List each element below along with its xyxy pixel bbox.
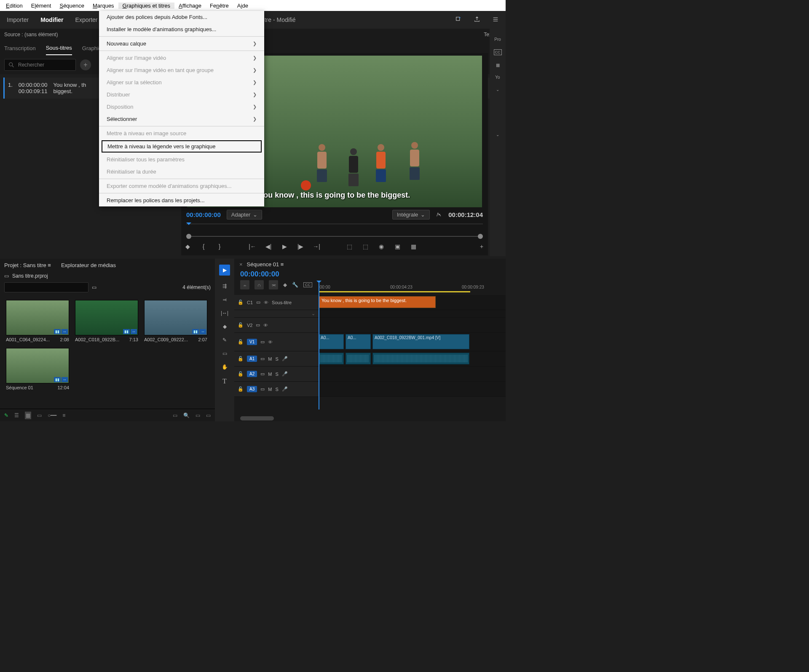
- timeline-ruler[interactable]: ;00:00 00:00:04:23 00:00:09:23: [319, 285, 501, 293]
- fit-dropdown[interactable]: Adapter⌄: [227, 210, 263, 220]
- toggle-icon[interactable]: ▭: [260, 371, 265, 377]
- pen-tool-icon[interactable]: ✎: [222, 337, 227, 343]
- mute-icon[interactable]: M: [268, 372, 272, 377]
- hand-tool-icon[interactable]: ✋: [222, 364, 228, 370]
- clip-item[interactable]: ▮▮↔ A002_C018_0922B...7:13: [75, 300, 138, 342]
- lift-icon[interactable]: ⬚: [346, 243, 353, 250]
- lock-icon[interactable]: 🔓: [238, 356, 244, 361]
- mute-icon[interactable]: M: [268, 387, 272, 392]
- menu-new-layer[interactable]: Nouveau calque❯: [99, 37, 264, 50]
- snap-icon[interactable]: ⫠: [240, 280, 249, 289]
- track-select-tool-icon[interactable]: ⇶: [222, 283, 227, 289]
- resolution-dropdown[interactable]: Intégrale⌄: [392, 210, 430, 220]
- solo-icon[interactable]: S: [275, 372, 278, 377]
- in-point-icon[interactable]: {: [200, 243, 207, 250]
- toggle-icon[interactable]: ▭: [256, 300, 260, 305]
- share-icon[interactable]: [474, 16, 480, 24]
- out-point-icon[interactable]: }: [216, 243, 223, 250]
- go-to-in-icon[interactable]: |←: [249, 243, 256, 250]
- monitor-tc-in[interactable]: 00:00:00:00: [186, 211, 221, 218]
- toggle-icon[interactable]: ▭: [260, 339, 265, 345]
- step-fwd-icon[interactable]: |▶: [297, 243, 304, 250]
- menu-install-mogrt[interactable]: Installer le modèle d'animations graphiq…: [99, 23, 264, 35]
- play-icon[interactable]: ▶: [281, 243, 288, 250]
- clip-item[interactable]: ▮▮↔ A002_C009_09222...2:07: [144, 300, 207, 342]
- caption-clip[interactable]: You know , this is going to be the bigge…: [319, 296, 436, 308]
- tab-media-browser[interactable]: Explorateur de médias: [61, 262, 116, 268]
- tab-project[interactable]: Projet : Sans titre ≡: [4, 262, 51, 268]
- eye-icon[interactable]: 👁: [263, 323, 268, 328]
- menu-edition[interactable]: Edition: [2, 3, 27, 9]
- proxy-icon[interactable]: ▦: [410, 243, 417, 250]
- clip-item[interactable]: ▮▮↔ Séquence 0112:04: [6, 348, 69, 390]
- lock-icon[interactable]: 🔓: [238, 339, 244, 345]
- menu-element[interactable]: Elément: [27, 3, 56, 9]
- rail-cc-icon[interactable]: CC: [494, 49, 502, 55]
- rate-tool-icon[interactable]: |↔|: [221, 310, 228, 316]
- step-back-icon[interactable]: ◀|: [265, 243, 272, 250]
- rectangle-tool-icon[interactable]: ▭: [222, 351, 227, 356]
- freeform-view-icon[interactable]: ▭: [37, 412, 42, 418]
- new-bin-icon[interactable]: ▭: [92, 284, 96, 290]
- work-area-bar[interactable]: [319, 291, 470, 292]
- solo-icon[interactable]: S: [275, 356, 278, 361]
- monitor-ruler[interactable]: [186, 224, 483, 232]
- new-bin-btn[interactable]: ▭: [196, 412, 200, 418]
- mic-icon[interactable]: 🎤: [282, 371, 288, 377]
- mic-icon[interactable]: 🎤: [282, 356, 288, 361]
- rail-chevron1[interactable]: ⌄: [496, 87, 499, 92]
- ws-modifier[interactable]: Modifier: [40, 16, 63, 23]
- auto-seq-icon[interactable]: ▭: [173, 412, 177, 418]
- linked-sel-icon[interactable]: ⫘: [269, 280, 278, 289]
- lock-icon[interactable]: 🔓: [238, 300, 244, 305]
- freeform-icon[interactable]: ✎: [4, 412, 8, 418]
- menu-aide[interactable]: Aide: [233, 3, 252, 9]
- video-clip[interactable]: A002_C018_0922BW_001.mp4 [V]: [372, 334, 469, 349]
- timeline-zoom-scrollbar[interactable]: [240, 416, 274, 420]
- magnet-icon[interactable]: ∩: [254, 280, 264, 289]
- menu-affichage[interactable]: Affichage: [174, 3, 206, 9]
- button-editor-icon[interactable]: +: [478, 243, 485, 250]
- c1-label[interactable]: C1: [247, 300, 253, 305]
- workspace-menu-icon[interactable]: [492, 16, 499, 24]
- rail-essential-graphics-icon[interactable]: ▦: [496, 63, 500, 67]
- audio-clip[interactable]: [346, 353, 371, 364]
- menu-select[interactable]: Sélectionner❯: [99, 113, 264, 125]
- menu-add-fonts[interactable]: Ajouter des polices depuis Adobe Fonts..…: [99, 11, 264, 23]
- selection-tool-icon[interactable]: ▶: [219, 265, 230, 276]
- menu-upgrade-caption-to-graphic[interactable]: Mettre à niveau la légende vers le graph…: [102, 140, 262, 153]
- toggle-icon[interactable]: ▭: [256, 322, 260, 328]
- menu-sequence[interactable]: Séquence: [55, 3, 88, 9]
- toggle-icon[interactable]: ▭: [260, 356, 265, 361]
- mute-icon[interactable]: M: [268, 356, 272, 361]
- menu-replace-fonts[interactable]: Remplacer les polices dans les projets..…: [99, 194, 264, 206]
- tab-sous-titres[interactable]: Sous-titres: [46, 41, 72, 55]
- cc-icon[interactable]: CC: [303, 282, 312, 287]
- sort-icon[interactable]: ≡: [62, 412, 65, 418]
- mic-icon[interactable]: 🎤: [282, 386, 288, 392]
- rail-chevron2[interactable]: ⌄: [496, 132, 499, 137]
- lock-icon[interactable]: 🔓: [238, 386, 244, 392]
- compare-icon[interactable]: ▣: [394, 243, 401, 250]
- audio-clip[interactable]: [319, 353, 344, 364]
- zoom-slider[interactable]: ○━━: [48, 412, 56, 418]
- export-frame-icon[interactable]: ◉: [378, 243, 385, 250]
- tab-transcription[interactable]: Transcription: [4, 42, 36, 55]
- go-to-out-icon[interactable]: →|: [313, 243, 320, 250]
- rail-yo[interactable]: Yo: [495, 75, 500, 80]
- icon-view-icon[interactable]: ▦: [25, 412, 31, 419]
- solo-icon[interactable]: S: [275, 387, 278, 392]
- type-tool-icon[interactable]: T: [222, 377, 227, 385]
- rail-properties[interactable]: Pro: [494, 37, 501, 42]
- timeline-playhead[interactable]: [319, 283, 319, 410]
- ripple-tool-icon[interactable]: ⫤: [222, 297, 227, 303]
- menu-fenetre[interactable]: Fenêtre: [206, 3, 233, 9]
- razor-tool-icon[interactable]: ◆: [223, 324, 227, 329]
- new-item-icon[interactable]: ▭: [206, 412, 211, 418]
- lock-icon[interactable]: 🔓: [238, 371, 244, 377]
- menu-graphiques[interactable]: Graphiques et titres: [118, 3, 174, 9]
- extract-icon[interactable]: ⬚: [362, 243, 369, 250]
- list-view-icon[interactable]: ☰: [14, 412, 19, 418]
- marker-icon[interactable]: ◆: [184, 243, 191, 250]
- clip-item[interactable]: ▮▮↔ A001_C064_09224...2:08: [6, 300, 69, 342]
